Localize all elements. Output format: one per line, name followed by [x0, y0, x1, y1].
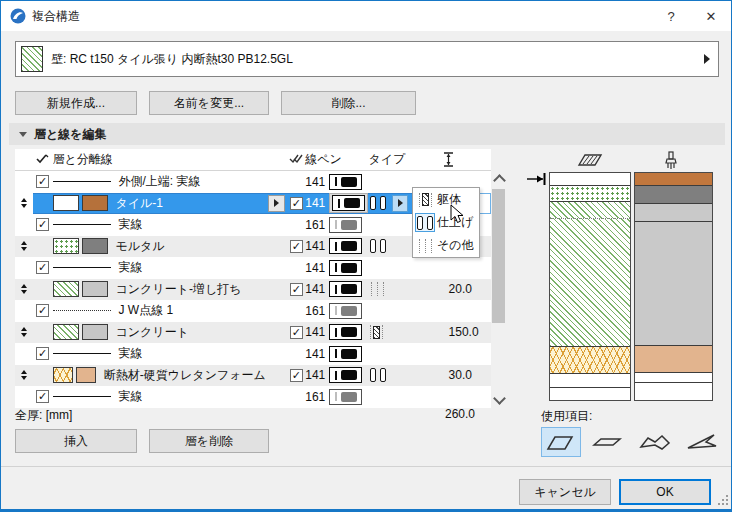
line-style-sample [53, 396, 111, 397]
table-row[interactable]: ✓J W点線 1161 [15, 300, 491, 322]
header-type: タイプ [369, 151, 441, 168]
cut-fill-swatch[interactable] [53, 195, 79, 211]
table-row[interactable]: コンクリート-増し打ち✓14120.0 [15, 279, 491, 301]
line-visibility-checkbox[interactable]: ✓ [36, 261, 49, 274]
line-visibility-checkbox[interactable]: ✓ [36, 218, 49, 231]
usage-roof-icon[interactable] [635, 427, 675, 457]
pen-checkbox[interactable]: ✓ [290, 326, 303, 339]
delete-layer-button[interactable]: 層を削除 [149, 429, 269, 453]
surface-swatch[interactable] [82, 324, 108, 340]
pen-preview[interactable] [329, 260, 362, 276]
row-reorder-handle[interactable] [21, 198, 27, 208]
pen-preview[interactable] [329, 346, 362, 362]
new-button[interactable]: 新規作成... [15, 91, 137, 115]
scrollbar-thumb[interactable] [492, 189, 505, 323]
preview-layer-band [550, 202, 630, 219]
resize-grip[interactable] [718, 495, 728, 505]
table-scrollbar[interactable] [491, 171, 506, 408]
table-row[interactable]: コンクリート✓141150.0 [15, 322, 491, 344]
type-finish-icon [368, 368, 388, 382]
section-edit-layers[interactable]: 層と線を編集 [9, 123, 725, 145]
row-name: コンクリート [116, 324, 189, 341]
usage-shell-icon[interactable] [682, 427, 722, 457]
preview-layer-band [635, 173, 712, 186]
table-header: 層と分離線 線ペン タイプ [15, 149, 491, 171]
preview-layer-band [550, 186, 630, 202]
check-icon [33, 154, 53, 165]
cut-fill-swatch[interactable] [53, 281, 79, 297]
composite-selector[interactable]: 壁: RC t150 タイル張り 内断熱t30 PB12.5GL [15, 41, 719, 77]
pen-checkbox[interactable]: ✓ [290, 283, 303, 296]
usage-slab-icon[interactable] [588, 427, 628, 457]
row-reorder-handle[interactable] [21, 327, 27, 337]
pen-preview[interactable] [332, 195, 365, 211]
rename-button[interactable]: 名前を変更... [149, 91, 269, 115]
type-core-icon [417, 193, 434, 207]
surface-swatch[interactable] [82, 238, 108, 254]
composite-name: 壁: RC t150 タイル張り 内断熱t30 PB12.5GL [51, 51, 704, 68]
line-visibility-checkbox[interactable]: ✓ [36, 347, 49, 360]
cut-fill-swatch[interactable] [53, 238, 79, 254]
thickness-icon [441, 149, 491, 170]
scroll-up-icon[interactable] [493, 174, 506, 187]
pen-number: 141 [305, 368, 329, 382]
preview-surfaces [634, 172, 713, 401]
row-reorder-handle[interactable] [21, 241, 27, 251]
pen-checkbox[interactable]: ✓ [290, 240, 303, 253]
pen-preview[interactable] [329, 389, 362, 405]
help-icon[interactable]: ? [651, 1, 691, 31]
pen-preview[interactable] [329, 367, 362, 383]
reference-line-arrow-icon [527, 172, 549, 186]
row-name: J W点線 1 [119, 302, 174, 319]
pen-checkbox[interactable]: ✓ [290, 369, 303, 382]
pen-preview[interactable] [329, 281, 362, 297]
pen-preview[interactable] [329, 174, 362, 190]
type-menu-item-finish[interactable]: 仕上げ [413, 211, 479, 234]
preview-layer-band [550, 219, 630, 347]
preview-layer-band [635, 373, 712, 383]
line-visibility-checkbox[interactable]: ✓ [36, 304, 49, 317]
usage-wall-icon[interactable] [541, 427, 581, 457]
type-other-icon [368, 282, 386, 296]
type-menu-item-other[interactable]: その他 [413, 234, 479, 257]
insert-button[interactable]: 挿入 [15, 429, 137, 453]
table-row[interactable]: ✓実線161 [15, 386, 491, 408]
row-name: 断熱材-硬質ウレタンフォーム [104, 367, 266, 384]
thickness-value: 150.0 [441, 322, 491, 344]
line-visibility-checkbox[interactable]: ✓ [36, 390, 49, 403]
row-expand-button[interactable] [268, 195, 285, 212]
pen-number: 141 [305, 239, 329, 253]
type-dropdown-button[interactable] [392, 195, 408, 212]
pen-number: 161 [305, 390, 329, 404]
type-menu-item-core[interactable]: 躯体 [413, 188, 479, 211]
delete-button[interactable]: 削除... [281, 91, 416, 115]
pen-preview[interactable] [329, 303, 362, 319]
cut-fill-swatch[interactable] [53, 367, 73, 383]
footer-divider [1, 466, 732, 467]
pen-preview[interactable] [329, 217, 362, 233]
surface-swatch[interactable] [82, 195, 108, 211]
scroll-down-icon[interactable] [493, 392, 506, 405]
close-icon[interactable]: ✕ [691, 1, 731, 31]
type-core-icon [368, 325, 385, 339]
pen-preview[interactable] [329, 238, 362, 254]
pen-checkbox[interactable]: ✓ [290, 197, 303, 210]
preview-layer-band [635, 383, 712, 400]
row-name: 実線 [119, 216, 143, 233]
table-row[interactable]: 断熱材-硬質ウレタンフォーム✓14130.0 [15, 365, 491, 387]
row-reorder-handle[interactable] [21, 284, 27, 294]
table-row[interactable]: ✓実線141 [15, 257, 491, 279]
cut-fill-swatch[interactable] [53, 324, 79, 340]
table-row[interactable]: ✓実線141 [15, 343, 491, 365]
ok-button[interactable]: OK [619, 479, 711, 505]
line-visibility-checkbox[interactable]: ✓ [36, 175, 49, 188]
type-finish-icon [368, 239, 388, 253]
surface-swatch[interactable] [76, 367, 96, 383]
thickness-value [441, 257, 491, 279]
thickness-value [441, 386, 491, 408]
row-reorder-handle[interactable] [21, 370, 27, 380]
pen-number: 141 [305, 175, 329, 189]
cancel-button[interactable]: キャンセル [519, 479, 611, 505]
pen-preview[interactable] [329, 324, 362, 340]
surface-swatch[interactable] [82, 281, 108, 297]
